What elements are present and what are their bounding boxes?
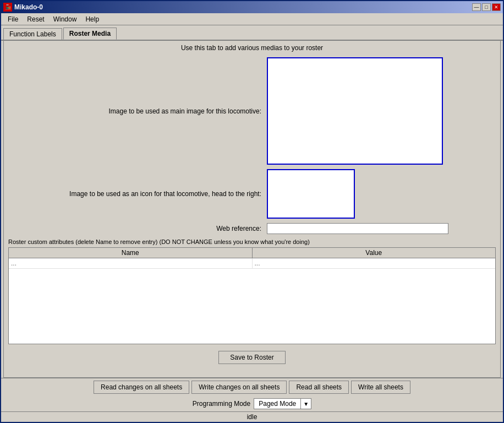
bottom-buttons: Read changes on all sheets Write changes… bbox=[1, 378, 503, 396]
icon-image-label: Image to be used as an icon for that loc… bbox=[8, 190, 267, 198]
read-changes-button[interactable]: Read changes on all sheets bbox=[94, 381, 189, 394]
app-icon: 🚂 bbox=[3, 3, 12, 12]
main-image-row: Image to be used as main image for this … bbox=[8, 57, 496, 165]
programming-mode-select[interactable]: Paged Mode ▼ bbox=[254, 398, 311, 409]
attr-header: Name Value bbox=[9, 248, 495, 258]
icon-image-row: Image to be used as an icon for that loc… bbox=[8, 169, 496, 219]
attr-section-label: Roster custom attributes (delete Name to… bbox=[8, 238, 496, 245]
attr-table: Name Value ... ... bbox=[8, 247, 496, 344]
main-window: 🚂 Mikado-0 — □ ✕ File Reset Window Help … bbox=[0, 0, 504, 423]
programming-mode-dropdown-arrow[interactable]: ▼ bbox=[301, 400, 311, 408]
programming-mode-value: Paged Mode bbox=[254, 399, 301, 409]
window-title: Mikado-0 bbox=[14, 3, 43, 11]
programming-mode-label: Programming Mode bbox=[193, 400, 250, 408]
title-buttons: — □ ✕ bbox=[472, 3, 501, 11]
menu-file[interactable]: File bbox=[3, 14, 23, 24]
write-all-button[interactable]: Write all sheets bbox=[351, 381, 410, 394]
tab-function-labels[interactable]: Function Labels bbox=[3, 28, 62, 40]
maximize-button[interactable]: □ bbox=[482, 3, 491, 11]
icon-image-box[interactable] bbox=[267, 169, 355, 219]
attr-row: ... ... bbox=[9, 258, 495, 269]
attr-rows: ... ... bbox=[9, 258, 495, 344]
main-image-label: Image to be used as main image for this … bbox=[8, 107, 267, 115]
attr-value-cell[interactable]: ... bbox=[253, 258, 496, 268]
tab-description: Use this tab to add various medias to yo… bbox=[4, 41, 500, 55]
tab-content: Use this tab to add various medias to yo… bbox=[3, 41, 501, 378]
save-button-row: Save to Roster bbox=[4, 351, 500, 364]
menu-bar: File Reset Window Help bbox=[1, 13, 503, 25]
close-button[interactable]: ✕ bbox=[492, 3, 501, 11]
main-image-box[interactable] bbox=[267, 57, 443, 165]
title-bar: 🚂 Mikado-0 — □ ✕ bbox=[1, 1, 503, 13]
read-all-button[interactable]: Read all sheets bbox=[289, 381, 349, 394]
web-ref-label: Web reference: bbox=[8, 225, 267, 232]
status-bar: idle bbox=[1, 411, 503, 422]
tab-bar: Function Labels Roster Media bbox=[1, 25, 503, 41]
web-ref-input[interactable] bbox=[267, 223, 448, 234]
title-bar-left: 🚂 Mikado-0 bbox=[3, 3, 43, 12]
attributes-section: Roster custom attributes (delete Name to… bbox=[8, 238, 496, 344]
menu-reset[interactable]: Reset bbox=[23, 14, 48, 24]
programming-mode-row: Programming Mode Paged Mode ▼ bbox=[1, 396, 503, 411]
save-to-roster-button[interactable]: Save to Roster bbox=[218, 351, 285, 364]
status-text: idle bbox=[247, 413, 258, 421]
web-ref-row: Web reference: bbox=[8, 223, 496, 234]
menu-help[interactable]: Help bbox=[81, 14, 103, 24]
write-changes-button[interactable]: Write changes on all sheets bbox=[191, 381, 287, 394]
tab-roster-media[interactable]: Roster Media bbox=[63, 28, 117, 40]
minimize-button[interactable]: — bbox=[472, 3, 481, 11]
menu-window[interactable]: Window bbox=[49, 14, 81, 24]
attr-name-cell[interactable]: ... bbox=[9, 258, 253, 268]
attr-col-name: Name bbox=[9, 248, 253, 258]
attr-col-value: Value bbox=[253, 248, 496, 258]
